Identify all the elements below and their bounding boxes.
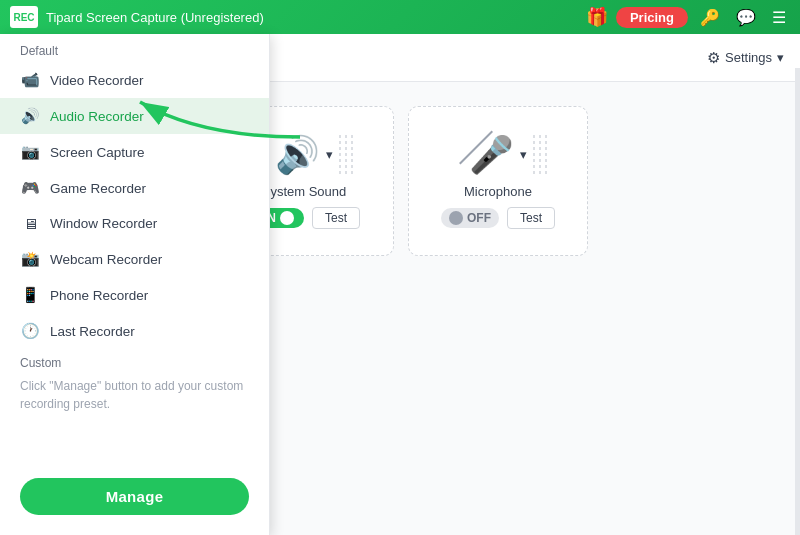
microphone-toggle[interactable]: OFF (441, 208, 499, 228)
pricing-button[interactable]: Pricing (616, 7, 688, 28)
mute-slash (458, 130, 492, 164)
settings-label: Settings (725, 50, 772, 65)
game-recorder-icon: 🎮 (20, 179, 40, 197)
toggle-circle-off (449, 211, 463, 225)
system-sound-icon-area: 🔊 ▾ (275, 134, 333, 176)
app-title: Tipard Screen Capture (Unregistered) (46, 10, 578, 25)
app-logo: REC (10, 6, 38, 28)
microphone-test-button[interactable]: Test (507, 207, 555, 229)
phone-recorder-icon: 📱 (20, 286, 40, 304)
sidebar-item-last-recorder[interactable]: 🕐 Last Recorder (0, 313, 269, 349)
gift-icon[interactable]: 🎁 (586, 6, 608, 28)
microphone-card: 🎤 ▾ Microphone (408, 106, 588, 256)
sidebar-item-audio-recorder[interactable]: 🔊 Audio Recorder (0, 98, 269, 134)
toggle-circle (280, 211, 294, 225)
microphone-toggle-label: OFF (467, 211, 491, 225)
sidebar-item-webcam-recorder[interactable]: 📸 Webcam Recorder (0, 241, 269, 277)
audio-recorder-icon: 🔊 (20, 107, 40, 125)
manage-btn-wrap: Manage (0, 468, 269, 535)
phone-recorder-label: Phone Recorder (50, 288, 148, 303)
audio-recorder-label: Audio Recorder (50, 109, 144, 124)
sidebar-item-screen-capture[interactable]: 📷 Screen Capture (0, 134, 269, 170)
manage-button[interactable]: Manage (20, 478, 249, 515)
window-recorder-label: Window Recorder (50, 216, 157, 231)
microphone-chevron-icon[interactable]: ▾ (520, 147, 527, 162)
message-icon[interactable]: 💬 (732, 6, 760, 29)
main-container: 🔊 Audio Recorder ▾ ⚙ Settings ▾ (0, 34, 800, 535)
system-sound-label: System Sound (262, 184, 347, 199)
settings-button[interactable]: ⚙ Settings ▾ (707, 49, 784, 67)
default-section-label: Default (0, 34, 269, 62)
video-recorder-icon: 📹 (20, 71, 40, 89)
last-recorder-icon: 🕐 (20, 322, 40, 340)
menu-icon[interactable]: ☰ (768, 6, 790, 29)
custom-section: Custom Click "Manage" button to add your… (0, 353, 269, 423)
dropdown-panel: Default 📹 Video Recorder 🔊 Audio Recorde… (0, 34, 270, 535)
sidebar-item-game-recorder[interactable]: 🎮 Game Recorder (0, 170, 269, 206)
screen-capture-icon: 📷 (20, 143, 40, 161)
title-bar: REC Tipard Screen Capture (Unregistered)… (0, 0, 800, 34)
settings-chevron-icon: ▾ (777, 50, 784, 65)
webcam-recorder-icon: 📸 (20, 250, 40, 268)
key-icon[interactable]: 🔑 (696, 6, 724, 29)
webcam-recorder-label: Webcam Recorder (50, 252, 162, 267)
last-recorder-label: Last Recorder (50, 324, 135, 339)
sidebar-item-window-recorder[interactable]: 🖥 Window Recorder (0, 206, 269, 241)
sidebar-item-video-recorder[interactable]: 📹 Video Recorder (0, 62, 269, 98)
custom-text: Click "Manage" button to add your custom… (0, 371, 269, 423)
system-sound-chevron-icon[interactable]: ▾ (326, 147, 333, 162)
microphone-icon: 🎤 (469, 134, 514, 176)
gear-icon: ⚙ (707, 49, 720, 67)
system-sound-test-button[interactable]: Test (312, 207, 360, 229)
microphone-toggle-area: OFF Test (441, 207, 555, 229)
sidebar-item-phone-recorder[interactable]: 📱 Phone Recorder (0, 277, 269, 313)
video-recorder-label: Video Recorder (50, 73, 144, 88)
screen-capture-label: Screen Capture (50, 145, 145, 160)
title-bar-right: 🎁 Pricing 🔑 💬 ☰ (586, 6, 790, 29)
system-sound-icon: 🔊 (275, 134, 320, 176)
microphone-label: Microphone (464, 184, 532, 199)
custom-section-label: Custom (0, 346, 81, 374)
game-recorder-label: Game Recorder (50, 181, 146, 196)
window-recorder-icon: 🖥 (20, 215, 40, 232)
scrollbar[interactable] (795, 68, 800, 535)
microphone-icon-area: 🎤 ▾ (469, 134, 527, 176)
